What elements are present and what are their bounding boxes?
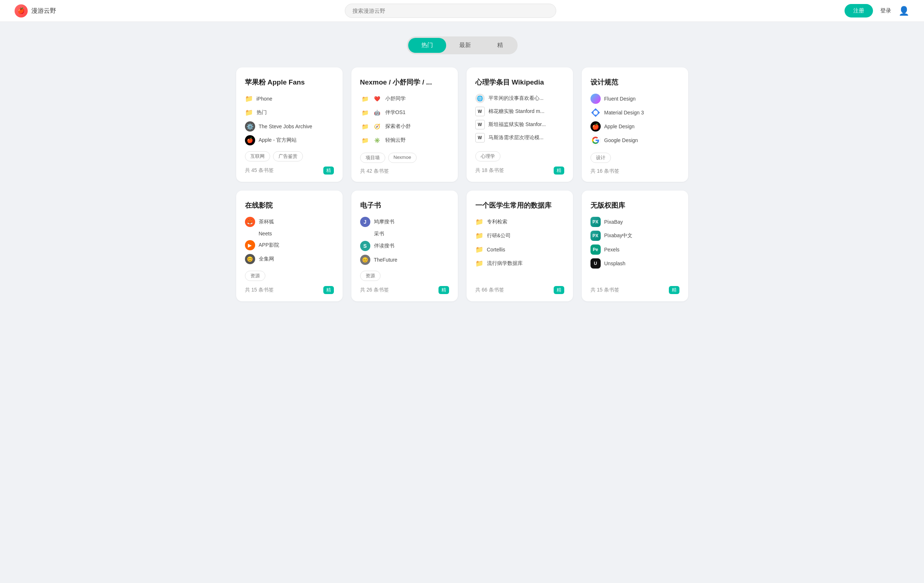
register-button[interactable]: 注册 <box>845 4 873 18</box>
list-item[interactable]: S 伴读搜书 <box>360 241 449 251</box>
tag[interactable]: 项目墙 <box>360 153 385 163</box>
list-item[interactable]: 🍎 Apple Design <box>591 121 680 132</box>
tab-jing[interactable]: 精 <box>484 38 516 53</box>
item-label: 热门 <box>257 109 267 116</box>
item-label: TheFuture <box>374 257 398 263</box>
list-item[interactable]: Google Design <box>591 135 680 145</box>
bookmark-count: 共 26 条书签 <box>360 287 389 293</box>
card-psychology: 心理学条目 Wikipedia 🌐 平常闲的没事喜欢看心... W 棉花糖实验 … <box>467 68 573 182</box>
bookmark-count: 共 15 条书签 <box>245 287 274 293</box>
card-title: 一个医学生常用的数据库 <box>475 201 564 210</box>
search-input[interactable] <box>345 4 556 18</box>
list-item[interactable]: 😊 TheFuture <box>360 255 449 265</box>
list-item[interactable]: 🍎 Apple - 官方网站 <box>245 135 334 145</box>
card-footer: 共 45 条书签 精 <box>245 166 334 175</box>
card-free-images: 无版权图库 PX PixaBay PX Pixabay中文 Pe Pexels … <box>582 191 688 301</box>
list-item[interactable]: Fluent Design <box>591 94 680 104</box>
tag[interactable]: 资源 <box>245 271 266 281</box>
list-item[interactable]: W 马斯洛需求层次理论模... <box>475 133 564 142</box>
pexels-icon: Pe <box>591 244 601 255</box>
tag[interactable]: 心理学 <box>475 151 500 161</box>
card-title: Nexmoe / 小舒同学 / ... <box>360 77 449 87</box>
google-icon <box>591 135 601 145</box>
item-label: 棉花糖实验 Stanford m... <box>488 108 544 115</box>
world-icon: 🌐 <box>475 94 485 103</box>
tag[interactable]: 设计 <box>591 153 611 163</box>
list-item[interactable]: 📁 ✳️ 轻惋云野 <box>360 135 449 145</box>
logo[interactable]: 🍎 漫游云野 <box>15 4 56 18</box>
card-footer: 共 15 条书签 精 <box>245 286 334 294</box>
list-item[interactable]: Neets <box>245 231 334 237</box>
list-item[interactable]: ⚙️ The Steve Jobs Archive <box>245 121 334 132</box>
tag[interactable]: Nexmoe <box>388 153 417 163</box>
card-medical-db: 一个医学生常用的数据库 📁 专利检索 📁 行研&公司 📁 Cortellis 📁… <box>467 191 573 301</box>
item-label: 斯坦福监狱实验 Stanfor... <box>488 121 546 128</box>
folder-icon: 📁 <box>360 107 370 118</box>
list-item[interactable]: 📁 热门 <box>245 107 334 118</box>
tab-new[interactable]: 最新 <box>446 38 484 53</box>
list-item[interactable]: 📁 ❤️ 小舒同学 <box>360 94 449 104</box>
list-item[interactable]: 📁 专利检索 <box>475 217 564 227</box>
folder-icon: 📁 <box>360 135 370 145</box>
list-item[interactable]: 📁 Cortellis <box>475 244 564 255</box>
list-item[interactable]: 📁 流行病学数据库 <box>475 259 564 268</box>
list-item[interactable]: 🌐 平常闲的没事喜欢看心... <box>475 94 564 103</box>
item-label: Pexels <box>604 247 620 252</box>
card-items: J 鸠摩搜书 采书 S 伴读搜书 😊 TheFuture <box>360 217 449 265</box>
item-label: APP影院 <box>259 242 279 249</box>
item-label: 茶杯狐 <box>259 219 274 225</box>
list-item[interactable]: PX Pixabay中文 <box>591 231 680 241</box>
list-item[interactable]: W 棉花糖实验 Stanford m... <box>475 107 564 116</box>
list-item[interactable]: ▶ APP影院 <box>245 240 334 250</box>
folder-icon: 📁 <box>475 217 483 227</box>
list-item[interactable]: 😊 全集网 <box>245 254 334 264</box>
tab-hot[interactable]: 热门 <box>408 38 446 53</box>
bookmark-count: 共 42 条书签 <box>360 168 389 175</box>
tab-bar: 热门 最新 精 <box>407 36 518 54</box>
list-item[interactable]: W 斯坦福监狱实验 Stanfor... <box>475 120 564 129</box>
navbar: 🍎 漫游云野 注册 登录 👤 <box>0 0 924 22</box>
list-item[interactable]: 📁 🤖 伴学OS1 <box>360 107 449 118</box>
tag[interactable]: 资源 <box>360 271 381 281</box>
pixabay-icon: PX <box>591 217 601 227</box>
login-button[interactable]: 登录 <box>880 7 891 14</box>
list-item[interactable]: PX PixaBay <box>591 217 680 227</box>
thefuture-icon: 😊 <box>360 255 370 265</box>
list-item[interactable]: U Unsplash <box>591 259 680 268</box>
bookmark-count: 共 45 条书签 <box>245 167 274 174</box>
item-label: Apple Design <box>604 124 635 129</box>
card-footer: 共 16 条书签 <box>591 168 680 175</box>
list-item[interactable]: 采书 <box>360 231 449 237</box>
item-label: 行研&公司 <box>487 232 511 239</box>
item-label: Apple - 官方网站 <box>259 137 297 143</box>
bookmark-count: 共 66 条书签 <box>475 287 504 293</box>
list-item[interactable]: 📁 iPhone <box>245 94 334 104</box>
bookmark-count: 共 18 条书签 <box>475 167 504 174</box>
app-cinema-icon: ▶ <box>245 240 255 250</box>
wiki-icon: W <box>475 120 485 129</box>
tag[interactable]: 广告鉴赏 <box>273 151 303 161</box>
card-cinema: 在线影院 🦊 茶杯狐 Neets ▶ APP影院 😊 全集网 <box>236 191 343 301</box>
folder-icon: 📁 <box>360 121 370 132</box>
jing-badge: 精 <box>554 286 564 294</box>
item-label: 采书 <box>360 231 384 237</box>
list-item[interactable]: Pe Pexels <box>591 244 680 255</box>
list-item[interactable]: Material Design 3 <box>591 107 680 118</box>
list-item[interactable]: 📁 🧭 探索者小舒 <box>360 121 449 132</box>
jing-badge: 精 <box>554 166 564 175</box>
card-items: Fluent Design Material Design 3 🍎 Apple <box>591 94 680 147</box>
list-item[interactable]: J 鸠摩搜书 <box>360 217 449 227</box>
list-item[interactable]: 📁 行研&公司 <box>475 231 564 241</box>
list-item[interactable]: 🦊 茶杯狐 <box>245 217 334 227</box>
card-footer: 共 15 条书签 精 <box>591 286 680 294</box>
main-content: 热门 最新 精 苹果粉 Apple Fans 📁 iPhone 📁 热门 ⚙️ … <box>229 22 695 316</box>
jing-badge: 精 <box>323 286 334 294</box>
card-apple-fans: 苹果粉 Apple Fans 📁 iPhone 📁 热门 ⚙️ The Stev… <box>236 68 343 182</box>
card-footer: 共 26 条书签 精 <box>360 286 449 294</box>
user-avatar-icon[interactable]: 👤 <box>899 6 909 16</box>
card-items: PX PixaBay PX Pixabay中文 Pe Pexels U Unsp… <box>591 217 680 275</box>
tag[interactable]: 互联网 <box>245 151 270 161</box>
card-items: 🦊 茶杯狐 Neets ▶ APP影院 😊 全集网 <box>245 217 334 265</box>
card-title: 心理学条目 Wikipedia <box>475 77 564 87</box>
wiki-icon: W <box>475 133 485 142</box>
